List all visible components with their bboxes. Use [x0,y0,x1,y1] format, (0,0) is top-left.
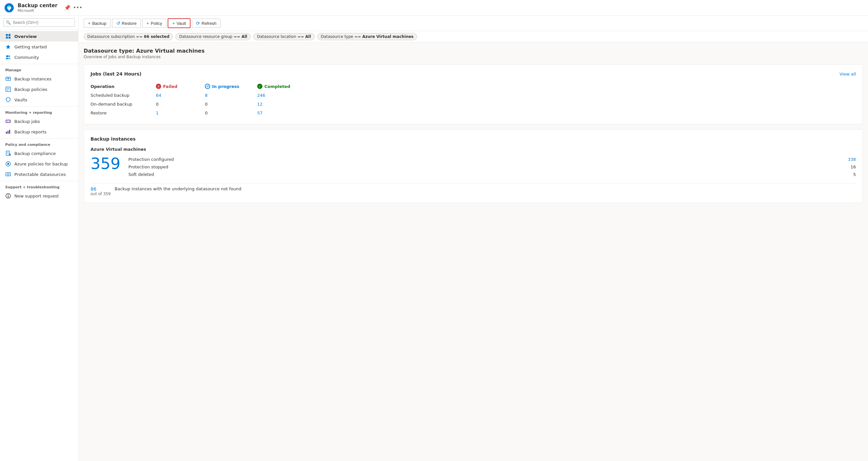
filter-location[interactable]: Datasource location == All [253,33,314,40]
vault-button[interactable]: + Vault [168,18,190,28]
svg-marker-6 [6,44,10,49]
top-bar-icons: 📌 ••• [64,5,82,11]
row-ondemand-op: On-demand backup [91,100,156,109]
backup-button[interactable]: + Backup [84,19,111,28]
row-scheduled-failed: 64 [156,91,205,100]
sidebar-item-community-label: Community [14,55,39,60]
instance-details: Protection configured 338 Protection sto… [128,156,856,178]
sidebar-item-vaults-label: Vaults [14,97,27,102]
row-ondemand-completed: 12 [257,100,856,109]
sidebar-item-getting-started-label: Getting started [14,44,47,50]
orphaned-count[interactable]: 86 [91,186,111,192]
refresh-icon: ⟳ [196,21,200,26]
main-content: + Backup ↺ Restore + Policy + Vault ⟳ Re… [79,16,868,461]
filter-subscription-text: Datasource subscription == 66 selected [87,34,169,39]
policy-button-label: Policy [151,21,162,26]
restore-button[interactable]: ↺ Restore [112,19,141,28]
backup-compliance-icon [5,150,11,156]
svg-point-1 [8,5,10,7]
monitoring-section-label: Monitoring + reporting [0,106,78,116]
backup-instances-grid: 359 Protection configured 338 Protection… [91,156,856,178]
svg-rect-28 [6,173,10,176]
backup-instances-icon [5,76,11,82]
filter-location-text: Datasource location == All [257,34,311,39]
backup-policies-icon [5,86,11,92]
refresh-button[interactable]: ⟳ Refresh [192,19,221,28]
refresh-button-label: Refresh [202,21,217,26]
sidebar-item-azure-policies[interactable]: Azure policies for backup [0,159,78,169]
protection-configured-value[interactable]: 338 [848,157,856,162]
total-count: 359 [91,156,121,171]
azure-policies-icon [5,161,11,167]
svg-point-8 [8,55,10,57]
svg-rect-4 [6,37,8,38]
sidebar-item-protectable-datasources[interactable]: Protectable datasources [0,169,78,180]
sidebar-item-backup-jobs[interactable]: Backup jobs [0,116,78,126]
sidebar-item-community[interactable]: Community [0,52,78,62]
row-scheduled-op: Scheduled backup [91,91,156,100]
jobs-card-title: Jobs (last 24 Hours) [91,71,142,76]
svg-rect-21 [9,130,10,134]
svg-point-7 [6,55,8,57]
policy-button[interactable]: + Policy [142,19,166,28]
orphaned-count-group: 86 out of 359 [91,186,111,196]
search-input[interactable] [3,18,75,27]
sidebar-item-backup-policies[interactable]: Backup policies [0,84,78,94]
vault-button-label: Vault [177,21,186,26]
row-restore-inprogress: 0 [205,109,257,117]
orphaned-row: 86 out of 359 Backup instances with the … [91,183,856,196]
sidebar-item-protectable-datasources-label: Protectable datasources [14,172,66,177]
col-completed: ✓ Completed [257,82,856,91]
sidebar-item-vaults[interactable]: Vaults [0,94,78,105]
sidebar: 🔍 Overview Getting started [0,16,79,461]
sidebar-item-backup-compliance[interactable]: Backup compliance [0,148,78,159]
row-ondemand-failed: 0 [156,100,205,109]
col-inprogress: ↺ In progress [205,82,257,91]
protection-stopped-value: 16 [850,164,856,170]
filter-resource-group-text: Datasource resource group == All [179,34,247,39]
backup-jobs-icon [5,118,11,124]
sidebar-item-new-support-label: New support request [14,193,59,198]
sidebar-nav: Overview Getting started Community Manag… [0,30,78,203]
sidebar-item-azure-policies-label: Azure policies for backup [14,161,68,166]
pin-icon[interactable]: 📌 [64,5,70,11]
jobs-table: Operation ✕ Failed ↺ [91,82,856,117]
soft-deleted-label: Soft deleted [128,172,154,177]
backup-instances-card-title: Backup instances [91,136,135,142]
protection-stopped-row: Protection stopped 16 [128,163,856,171]
filter-resource-group[interactable]: Datasource resource group == All [176,33,251,40]
more-icon[interactable]: ••• [73,5,82,11]
table-row: Scheduled backup 64 8 246 [91,91,856,100]
sidebar-item-backup-instances[interactable]: Backup instances [0,73,78,84]
svg-point-27 [7,163,9,165]
sidebar-search-container: 🔍 [0,16,78,30]
vault-plus-icon: + [172,21,175,26]
sidebar-item-backup-reports[interactable]: Backup reports [0,126,78,137]
protectable-datasources-icon [5,171,11,177]
svg-rect-32 [8,196,8,197]
app-subtitle: Microsoft [18,8,58,13]
top-bar: Backup center Microsoft 📌 ••• [0,0,868,16]
sidebar-item-new-support[interactable]: New support request [0,191,78,201]
filter-subscription[interactable]: Datasource subscription == 66 selected [84,33,173,40]
sidebar-item-backup-compliance-label: Backup compliance [14,151,56,156]
sidebar-item-overview[interactable]: Overview [0,31,78,41]
overview-icon [5,33,11,39]
table-row: Restore 1 0 57 [91,109,856,117]
soft-deleted-value: 5 [853,172,856,177]
orphaned-desc: Backup instances with the underlying dat… [115,186,242,191]
app-icon [4,3,14,13]
sidebar-item-getting-started[interactable]: Getting started [0,41,78,52]
backup-plus-icon: + [88,21,91,26]
filters-bar: Datasource subscription == 66 selected D… [79,31,868,42]
completed-status-icon: ✓ [257,84,262,89]
app-title-group: Backup center Microsoft [18,3,58,13]
layout: 🔍 Overview Getting started [0,16,868,461]
view-all-link[interactable]: View all [840,71,856,76]
filter-datasource-type[interactable]: Datasource type == Azure Virtual machine… [317,33,417,40]
table-row: On-demand backup 0 0 12 [91,100,856,109]
backup-reports-icon [5,129,11,135]
row-ondemand-inprogress: 0 [205,100,257,109]
row-scheduled-inprogress: 8 [205,91,257,100]
orphaned-out-of: out of 359 [91,192,111,196]
